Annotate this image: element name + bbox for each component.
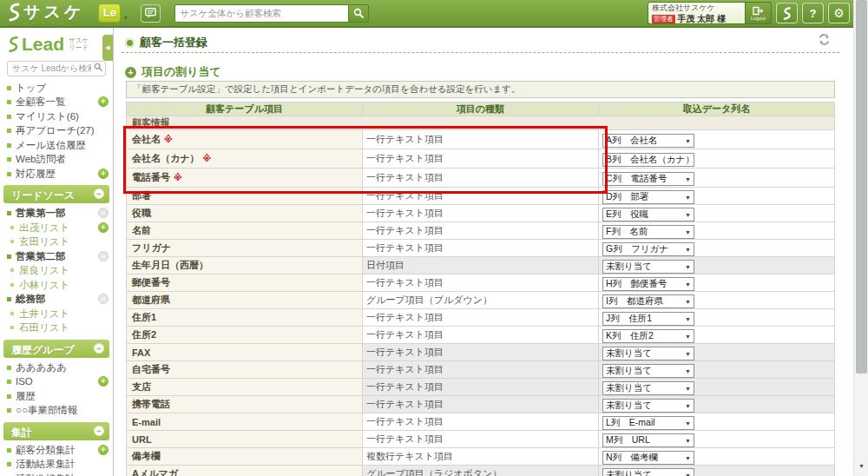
sidebar-item[interactable]: マイリスト(6) [0, 109, 113, 124]
collapse-minus-icon[interactable]: − [94, 343, 104, 354]
sidebar-item[interactable]: 玄田リスト [0, 235, 113, 249]
sidebar-item[interactable]: Web訪問者 [0, 152, 113, 167]
le-app-button[interactable]: Le [98, 3, 121, 23]
sidebar-item[interactable]: ○○事業部情報 [0, 403, 113, 418]
expand-plus-icon[interactable]: + [98, 376, 108, 387]
column-select[interactable]: A列 会社名▼ [602, 134, 694, 148]
sidebar-section-header[interactable]: 履歴グループ− [3, 340, 109, 358]
sidebar-item[interactable]: 石田リスト [0, 321, 113, 335]
sidebar-item[interactable]: あああああ [0, 360, 113, 375]
column-select[interactable]: 未割り当て▼ [602, 399, 694, 413]
sidebar-item[interactable]: 再アプローチ(27) [0, 123, 113, 138]
column-select[interactable]: 未割り当て▼ [602, 347, 694, 360]
sidebar-item[interactable]: 全顧客一覧+ [0, 95, 113, 109]
logo-text: サスケ [23, 3, 84, 21]
sidebar-item[interactable]: 小林リスト [0, 278, 113, 293]
scrollbar[interactable]: ▼ [853, 0, 868, 476]
bullet-icon [7, 462, 11, 466]
column-select[interactable]: K列 住所2▼ [602, 329, 694, 343]
field-label: 会社名 [132, 134, 161, 144]
sidebar-item[interactable]: トップ [0, 81, 113, 96]
field-label-cell: 役職 [127, 205, 363, 222]
sidebar-item[interactable]: 出茂リスト+ [0, 221, 113, 235]
table-row: 都道府県グループ項目（プルダウン）I列 都道府県▼ [127, 292, 835, 309]
column-select-cell: J列 住所1▼ [599, 309, 835, 327]
sasuke-swirl-icon [7, 3, 21, 22]
column-select[interactable]: 未割り当て▼ [602, 381, 694, 395]
sidebar-item[interactable]: 総務部− [0, 292, 113, 307]
message-button[interactable] [141, 4, 161, 23]
column-select-cell: D列 部署▼ [599, 188, 835, 205]
column-select[interactable]: H列 郵便番号▼ [602, 277, 694, 291]
column-select-value: 未割り当て [606, 365, 652, 377]
column-select[interactable]: C列 電話番号▼ [602, 172, 694, 186]
sidebar-item[interactable]: 営業第二部− [0, 249, 113, 264]
column-select[interactable]: 未割り当て▼ [602, 364, 694, 378]
sidebar-section-header[interactable]: リードソース− [3, 185, 109, 203]
help-button[interactable]: ? [802, 3, 824, 23]
sidebar-item[interactable]: 活動進捗集計 [0, 472, 113, 476]
table-row: 自宅番号一行テキスト項目未割り当て▼ [127, 361, 835, 379]
column-select[interactable]: I列 都道府県▼ [602, 294, 694, 308]
column-select[interactable]: N列 備考欄▼ [602, 451, 694, 465]
column-select[interactable]: B列 会社名（カナ）▼ [602, 153, 694, 167]
expand-plus-icon[interactable]: + [98, 222, 108, 233]
column-select[interactable]: M列 URL▼ [602, 433, 694, 447]
sidebar-collapse-tab[interactable]: ◀ [102, 35, 113, 61]
le-dropdown-caret-icon[interactable]: ▼ [122, 15, 128, 21]
collapse-minus-icon[interactable]: − [94, 426, 104, 436]
column-select[interactable]: L列 E-mail▼ [602, 416, 694, 430]
field-type-cell: 一行テキスト項目 [363, 431, 599, 448]
field-label-cell: 会社名※ [127, 130, 363, 149]
field-label-cell: 生年月日（西暦） [127, 257, 363, 274]
sidebar-search-input[interactable] [7, 61, 106, 76]
expand-plus-icon[interactable]: + [98, 96, 108, 107]
collapse-minus-icon[interactable]: − [94, 188, 104, 199]
field-label: 部署 [132, 190, 151, 201]
field-label: フリガナ [132, 242, 171, 253]
column-header: 項目の種類 [363, 102, 599, 116]
collapse-minus-icon[interactable]: − [98, 208, 108, 218]
field-label-cell: FAX [127, 344, 363, 361]
company-name: 株式会社サスケケ [652, 3, 741, 13]
sidebar-item-label: 玄田リスト [19, 236, 69, 247]
sidebar-item[interactable]: 活動結果集計 [0, 457, 113, 472]
expand-plus-icon[interactable]: + [98, 445, 108, 455]
field-type-cell: 一行テキスト項目 [363, 274, 599, 292]
refresh-button[interactable] [818, 33, 831, 50]
column-select[interactable]: E列 役職▼ [602, 208, 694, 221]
global-search-input[interactable] [174, 4, 348, 23]
logout-button[interactable]: Logout [746, 2, 772, 24]
field-label: 住所1 [132, 312, 156, 322]
sidebar-item[interactable]: ISO+ [0, 374, 113, 389]
scrollbar-thumb[interactable] [856, 0, 867, 374]
column-select[interactable]: F列 名前▼ [602, 225, 694, 239]
field-label: 携帯電話 [132, 399, 170, 409]
sidebar-item[interactable]: メール送信履歴 [0, 138, 113, 153]
sidebar-item-label: 活動結果集計 [16, 459, 76, 469]
global-search-button[interactable] [348, 4, 369, 23]
collapse-minus-icon[interactable]: − [98, 251, 108, 261]
collapse-minus-icon[interactable]: − [98, 294, 108, 304]
sasuke-home-button[interactable] [776, 3, 798, 23]
column-select[interactable]: G列 フリガナ▼ [602, 242, 694, 256]
bullet-icon [10, 240, 14, 243]
column-select[interactable]: D列 部署▼ [602, 190, 694, 204]
settings-button[interactable]: ⚙ [828, 3, 850, 23]
table-row: 会社名（カナ）※一行テキスト項目B列 会社名（カナ）▼ [127, 149, 835, 169]
scroll-down-button[interactable]: ▼ [854, 460, 868, 473]
field-type-cell: グループ項目（ラジオボタン） [363, 466, 599, 476]
sidebar-item[interactable]: 屋良リスト [0, 263, 113, 278]
column-select[interactable]: 未割り当て▼ [602, 468, 694, 476]
sidebar-section-header[interactable]: 集計− [3, 422, 109, 440]
sidebar-item[interactable]: 対応履歴+ [0, 167, 113, 182]
sidebar-item[interactable]: 営業第一部− [0, 206, 113, 221]
column-select[interactable]: J列 住所1▼ [602, 312, 694, 326]
chevron-down-icon: ▼ [685, 299, 691, 305]
column-select[interactable]: 未割り当て▼ [602, 260, 694, 274]
expand-plus-icon[interactable]: + [98, 169, 108, 179]
sidebar-item[interactable]: 履歴 [0, 389, 113, 404]
sidebar-item[interactable]: 顧客分類集計+ [0, 443, 113, 458]
bullet-ring-icon [125, 38, 135, 48]
sidebar-item[interactable]: 土井リスト [0, 307, 113, 321]
